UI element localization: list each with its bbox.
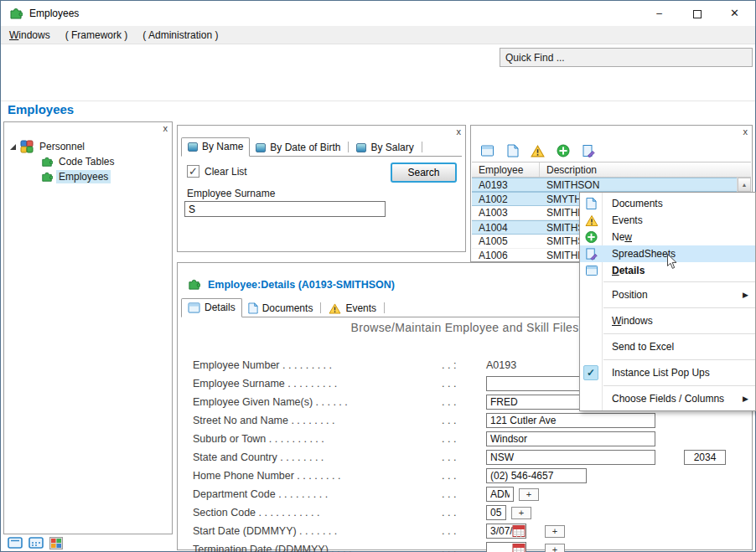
close-icon[interactable]: x <box>457 126 462 137</box>
maximize-icon <box>693 10 702 18</box>
menu-bar: Windows ( Framework ) ( Administration ) <box>1 26 755 44</box>
tree-node-employees[interactable]: Employees <box>4 169 172 184</box>
close-icon[interactable]: x <box>163 123 168 133</box>
search-button[interactable]: Search <box>391 163 457 183</box>
minimize-button[interactable]: – <box>640 2 678 25</box>
plus-circle-icon <box>585 231 598 244</box>
tab-details[interactable]: Details <box>181 298 242 317</box>
calendar-icon[interactable] <box>512 524 526 538</box>
events-button[interactable] <box>530 143 546 158</box>
window-icon <box>188 302 200 313</box>
menu-framework[interactable]: ( Framework ) <box>58 26 136 44</box>
close-icon[interactable]: x <box>743 126 748 137</box>
tab-divider <box>348 142 349 152</box>
page-title: Employees <box>8 102 74 116</box>
document-icon <box>507 144 519 157</box>
app-window: Employees – ✕ Windows ( Framework ) ( Ad… <box>0 0 756 552</box>
checkmark-icon: ✓ <box>583 365 598 380</box>
postcode-field[interactable] <box>684 450 726 465</box>
menu-item-instance-list-pop-ups[interactable]: ✓ Instance List Pop Ups <box>580 362 755 383</box>
tree-node-label: Code Tables <box>56 155 117 168</box>
tab-divider <box>422 142 422 152</box>
tree-node-code-tables[interactable]: Code Tables <box>4 154 172 169</box>
tab-divider <box>320 302 321 313</box>
tab-documents[interactable]: Documents <box>242 300 319 317</box>
menu-windows[interactable]: Windows <box>2 26 58 44</box>
puzzle-icon <box>41 156 53 168</box>
documents-button[interactable] <box>505 143 520 158</box>
department-prompt-button[interactable]: + <box>519 488 539 501</box>
grid-view-button[interactable] <box>28 537 44 552</box>
spreadsheets-button[interactable] <box>580 143 596 158</box>
menu-separator <box>603 281 755 282</box>
window-outline-icon <box>8 537 23 549</box>
form-row-section: Section Code . . . . . . . . . . .. . . … <box>193 503 745 522</box>
surname-label: Employee Surname <box>187 188 275 199</box>
column-header-description[interactable]: Description <box>540 163 751 177</box>
menu-administration[interactable]: ( Administration ) <box>135 26 225 44</box>
new-button[interactable] <box>555 143 571 158</box>
tab-by-salary[interactable]: By Salary <box>350 139 419 157</box>
warning-icon <box>531 145 545 157</box>
tab-list-icon <box>356 143 366 152</box>
quick-find-input[interactable]: Quick Find ... <box>500 48 753 67</box>
menu-item-events[interactable]: Events <box>580 212 755 229</box>
list-row[interactable]: A0193SMITHSON <box>472 178 737 192</box>
scroll-up-icon[interactable]: ▲ <box>738 178 751 192</box>
form-row-department: Department Code . . . . . . . . .. . . + <box>193 485 745 503</box>
department-field[interactable] <box>486 487 514 502</box>
calendar-icon[interactable] <box>512 543 526 552</box>
start-date-prompt-button[interactable]: + <box>545 525 565 538</box>
surname-input[interactable] <box>184 201 386 217</box>
search-tabs: By Name By Date of Birth By Salary <box>181 137 462 157</box>
tab-events[interactable]: Events <box>323 300 382 317</box>
window-icon <box>480 145 495 157</box>
color-blocks-icon <box>49 537 63 549</box>
tab-by-date-of-birth[interactable]: By Date of Birth <box>250 139 346 157</box>
menu-item-documents[interactable]: Documents <box>580 195 755 212</box>
expander-icon[interactable] <box>10 144 16 150</box>
context-menu: Documents Events New SpreadSheets Detail… <box>579 192 756 411</box>
document-icon <box>586 198 597 210</box>
mouse-cursor <box>666 254 678 271</box>
plus-circle-icon <box>557 144 570 157</box>
menu-separator <box>603 385 755 386</box>
form-row-termination-date: Termination Date (DDMMYY) . . . .. . . + <box>193 540 745 552</box>
clear-list-checkbox[interactable]: ✓ <box>187 165 199 178</box>
navigation-panel: x Personnel Code Tables Employees <box>3 121 173 534</box>
color-blocks-button[interactable] <box>49 537 63 552</box>
section-prompt-button[interactable]: + <box>511 507 531 519</box>
employee-number-value: A0193 <box>486 359 516 371</box>
tab-list-icon <box>256 143 266 152</box>
tree-node-personnel[interactable]: Personnel <box>4 139 172 154</box>
instance-list-toolbar <box>472 140 751 163</box>
grid-icon <box>28 537 44 549</box>
submenu-arrow-icon: ▶ <box>743 395 748 403</box>
termination-date-prompt-button[interactable]: + <box>545 544 565 552</box>
maximize-button[interactable] <box>678 2 716 25</box>
window-view-button[interactable] <box>8 537 23 552</box>
menu-item-new[interactable]: New <box>580 229 755 245</box>
menu-item-position[interactable]: Position ▶ <box>580 284 755 305</box>
tab-by-name[interactable]: By Name <box>181 137 250 157</box>
window-icon <box>585 266 598 276</box>
phone-field[interactable] <box>486 468 587 483</box>
details-button[interactable] <box>479 143 495 158</box>
close-button[interactable]: ✕ <box>716 2 753 25</box>
clear-list-label: Clear List <box>205 166 247 178</box>
personnel-icon <box>20 140 34 153</box>
column-header-employee[interactable]: Employee <box>472 163 540 177</box>
menu-item-choose-fields-columns[interactable]: Choose Fields / Columns ▶ <box>580 388 755 409</box>
suburb-field[interactable] <box>486 431 655 446</box>
menu-item-windows[interactable]: Windows <box>580 310 755 331</box>
street-field[interactable] <box>486 413 655 428</box>
form-row-suburb: Suburb or Town . . . . . . . . . .. . . <box>193 430 745 448</box>
tree-node-label: Personnel <box>37 140 87 153</box>
form-row-street: Street No and Name . . . . . . . .. . . <box>193 411 745 430</box>
menu-item-send-to-excel[interactable]: Send to Excel <box>580 336 755 357</box>
title-bar: Employees – ✕ <box>1 1 755 26</box>
puzzle-icon <box>41 171 53 183</box>
state-field[interactable] <box>486 450 655 465</box>
warning-icon <box>585 214 598 226</box>
section-field[interactable] <box>486 505 506 520</box>
